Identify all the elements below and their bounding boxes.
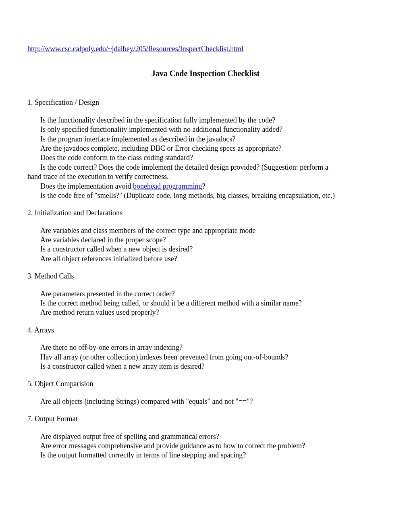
section-heading: 5. Object Comparision bbox=[27, 379, 384, 389]
checklist-item: Are displayed output free of spelling an… bbox=[27, 432, 384, 441]
page-title: Java Code Inspection Checklist bbox=[27, 68, 384, 79]
checklist-item: Is a constructor called when a new objec… bbox=[27, 245, 384, 254]
item-text: Does the implementation avoid bbox=[40, 182, 133, 190]
checklist-item: Are the javadocs complete, including DBC… bbox=[27, 144, 384, 153]
section-heading: 4. Arrays bbox=[27, 326, 384, 335]
checklist-item: Is the program interface implemented as … bbox=[27, 135, 384, 144]
inline-link[interactable]: bonehead programming bbox=[133, 182, 202, 190]
section-heading: 7. Output Format bbox=[27, 414, 384, 424]
checklist-item: Is the correct method being called, or s… bbox=[27, 299, 384, 308]
checklist-item: Does the implementation avoid bonehead p… bbox=[27, 182, 384, 191]
checklist-item: Hav all array (or other collection) inde… bbox=[27, 353, 384, 362]
source-link-line: http://www.csc.calpoly.edu/~jdalbey/205/… bbox=[27, 44, 384, 54]
checklist-item: Are all object references initialized be… bbox=[27, 254, 384, 264]
checklist-item: Are method return values used properly? bbox=[27, 308, 384, 317]
checklist-item: Are all objects (including Strings) comp… bbox=[27, 397, 384, 406]
checklist-item: Is the code free of "smells?" (Duplicate… bbox=[27, 191, 384, 200]
checklist-item: Are parameters presented in the correct … bbox=[27, 289, 384, 299]
checklist-item: Is the functionality described in the sp… bbox=[27, 116, 384, 125]
sections-container: 1. Specification / DesignIs the function… bbox=[27, 98, 384, 460]
checklist-item: Are error messages comprehensive and pro… bbox=[27, 441, 384, 451]
checklist-item: Is only specified functionality implemen… bbox=[27, 125, 384, 134]
source-link[interactable]: http://www.csc.calpoly.edu/~jdalbey/205/… bbox=[27, 45, 243, 53]
checklist-item: Is the code correct? Does the code imple… bbox=[27, 163, 384, 172]
section-heading: 1. Specification / Design bbox=[27, 98, 384, 107]
checklist-item: Is the output formatted correctly in ter… bbox=[27, 451, 384, 460]
checklist-item: Does the code conform to the class codin… bbox=[27, 153, 384, 162]
item-text: ? bbox=[202, 182, 205, 190]
checklist-item: Are there no off-by-one errors in array … bbox=[27, 343, 384, 352]
section-heading: 2. Initialization and Declarations bbox=[27, 208, 384, 218]
checklist-item-continuation: hand trace of the execution to verify co… bbox=[27, 172, 384, 181]
checklist-item: Are variables and class members of the c… bbox=[27, 226, 384, 235]
section-heading: 3. Method Calls bbox=[27, 272, 384, 281]
checklist-item: Are variables declared in the proper sco… bbox=[27, 235, 384, 245]
checklist-item: Is a constructor called when a new array… bbox=[27, 362, 384, 371]
